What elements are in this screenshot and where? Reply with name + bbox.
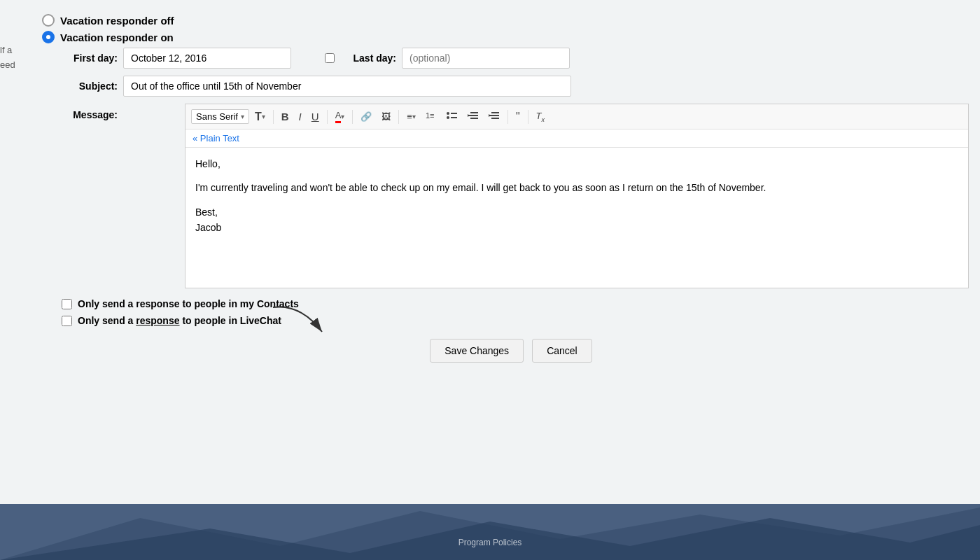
font-size-icon: T [255, 111, 262, 123]
svg-rect-11 [491, 118, 499, 119]
vacation-responder-off-row: Vacation responder off [42, 14, 980, 27]
vacation-responder-on-row: Vacation responder on [42, 31, 980, 43]
font-color-icon: A [335, 110, 342, 123]
vacation-responder-off-radio[interactable] [42, 14, 55, 27]
svg-point-1 [447, 112, 449, 115]
editor-container: Sans Serif ▾ T ▾ B I U [185, 104, 969, 288]
toolbar-divider-1 [273, 110, 274, 124]
indent-increase-icon [489, 110, 500, 123]
program-policies-link[interactable]: Program Policies [458, 538, 522, 547]
contacts-checkbox-row: Only send a response to people in my Con… [62, 298, 980, 309]
svg-text:1≡: 1≡ [426, 111, 435, 120]
message-line1: Hello, [195, 156, 958, 172]
message-row: Message: Sans Serif ▾ T ▾ B [62, 104, 980, 288]
checkboxes-section: Only send a response to people in my Con… [62, 298, 980, 326]
bold-icon: B [281, 111, 289, 122]
last-day-label: Last day: [340, 52, 396, 64]
last-day-input[interactable] [402, 48, 570, 69]
indent-decrease-icon [468, 110, 479, 123]
form-section: First day: Last day: Subject: Message: S… [62, 48, 980, 288]
svg-rect-5 [470, 112, 478, 113]
underline-icon: U [312, 111, 319, 122]
last-day-group: Last day: [325, 48, 570, 69]
contacts-checkbox[interactable] [62, 299, 72, 309]
first-day-label: First day: [62, 52, 118, 64]
livechat-response-underline: response [136, 315, 179, 326]
subject-label: Subject: [62, 80, 118, 92]
clear-format-button[interactable]: Tx [532, 108, 549, 126]
svg-marker-8 [468, 114, 470, 117]
numbered-list-icon: 1≡ [426, 110, 437, 123]
indent-decrease-button[interactable] [463, 107, 483, 126]
bullet-list-icon [447, 110, 458, 123]
font-family-selector[interactable]: Sans Serif ▾ [191, 109, 249, 124]
toolbar-divider-4 [398, 110, 399, 124]
svg-rect-2 [451, 113, 457, 114]
quote-button[interactable]: " [512, 108, 524, 126]
contacts-checkbox-label: Only send a response to people in my Con… [78, 298, 299, 309]
link-button[interactable]: 🔗 [356, 108, 376, 125]
font-family-label: Sans Serif [196, 111, 238, 122]
message-label: Message: [62, 104, 118, 120]
livechat-checkbox-row: Only send a response to people in LiveCh… [62, 315, 980, 326]
message-signature: Best, Jacob [195, 204, 958, 236]
svg-rect-7 [470, 118, 478, 119]
toolbar-divider-2 [327, 110, 328, 124]
quote-icon: " [516, 111, 520, 123]
font-family-chevron: ▾ [241, 113, 244, 120]
font-color-button[interactable]: A ▾ [331, 107, 349, 126]
date-row: First day: Last day: [62, 48, 980, 69]
link-icon: 🔗 [360, 111, 372, 122]
align-button[interactable]: ≡ ▾ [402, 108, 420, 125]
numbered-list-button[interactable]: 1≡ [421, 107, 441, 126]
svg-rect-9 [491, 112, 499, 113]
livechat-checkbox[interactable] [62, 316, 72, 326]
bold-button[interactable]: B [277, 108, 293, 125]
subject-row: Subject: [62, 76, 980, 97]
align-icon: ≡ [407, 111, 412, 122]
italic-button[interactable]: I [295, 108, 306, 125]
toolbar: Sans Serif ▾ T ▾ B I U [186, 104, 968, 130]
toolbar-divider-6 [528, 110, 528, 124]
vacation-responder-off-label: Vacation responder off [60, 15, 174, 27]
vacation-responder-on-label: Vacation responder on [60, 31, 174, 43]
image-button[interactable]: 🖼 [377, 108, 395, 125]
font-size-button[interactable]: T ▾ [251, 108, 270, 126]
svg-point-3 [447, 116, 449, 119]
clear-format-icon: Tx [536, 111, 545, 123]
cancel-button[interactable]: Cancel [532, 339, 592, 363]
first-day-input[interactable] [123, 48, 291, 69]
svg-rect-4 [451, 117, 457, 118]
vacation-responder-on-radio[interactable] [42, 31, 55, 43]
mountain-svg [0, 504, 980, 560]
message-line2: I'm currently traveling and won't be abl… [195, 180, 958, 195]
toolbar-divider-5 [507, 110, 508, 124]
bullet-list-button[interactable] [442, 107, 462, 126]
italic-icon: I [299, 111, 302, 122]
underline-button[interactable]: U [307, 108, 323, 125]
toolbar-divider-3 [352, 110, 353, 124]
left-edge-text: lf a eed [0, 43, 15, 73]
message-body[interactable]: Hello, I'm currently traveling and won't… [186, 148, 968, 288]
indent-increase-button[interactable] [484, 107, 504, 126]
main-container: lf a eed Vacation responder off Vacation… [0, 0, 980, 518]
livechat-checkbox-label: Only send a response to people in LiveCh… [78, 315, 281, 326]
image-icon: 🖼 [382, 111, 391, 122]
last-day-checkbox[interactable] [325, 53, 335, 63]
subject-input[interactable] [123, 76, 571, 97]
buttons-row: Save Changes Cancel [42, 339, 980, 363]
save-changes-button[interactable]: Save Changes [430, 339, 524, 363]
svg-marker-12 [489, 114, 491, 117]
background-bottom: Program Policies [0, 504, 980, 560]
plain-text-link[interactable]: « Plain Text [186, 130, 968, 148]
